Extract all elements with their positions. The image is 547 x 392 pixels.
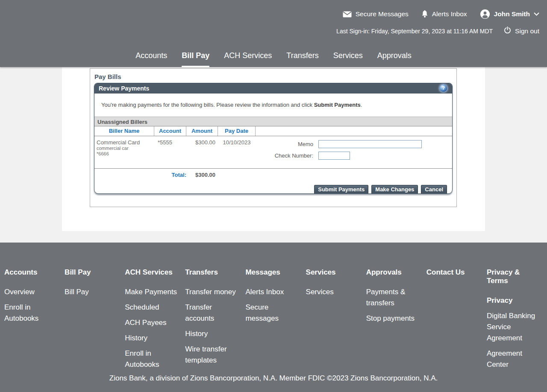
main-navigation: Accounts Bill Pay ACH Services Transfers… (0, 51, 547, 67)
footer-link-digital-banking-agreement[interactable]: Digital Banking Service Agreement (487, 310, 543, 344)
check-number-label: Check Number: (256, 152, 313, 159)
biller-name: Commercial Card (97, 139, 154, 146)
utility-bar: Secure Messages Alerts Inbox John Smith (343, 9, 539, 19)
nav-ach-services[interactable]: ACH Services (224, 51, 272, 67)
intro-prefix: You're making payments for the following… (101, 102, 314, 108)
avatar-icon (480, 9, 490, 19)
footer-heading-privacy-terms: Privacy & Terms (487, 268, 543, 285)
pay-bills-container: Pay Bills Review Payments ? You're makin… (90, 68, 457, 207)
table-header: Biller Name Account Amount Pay Date (94, 126, 452, 136)
memo-check-form: Memo Check Number: (256, 139, 452, 163)
panel-title: Review Payments (99, 85, 149, 92)
nav-approvals[interactable]: Approvals (377, 51, 412, 67)
biller-subtext: commercial car (97, 146, 154, 151)
submit-payments-button[interactable]: Submit Payments (314, 185, 368, 194)
footer-col-accounts: Accounts Overview Enroll in Autobooks (4, 268, 65, 374)
make-changes-button[interactable]: Make Changes (371, 185, 418, 194)
last-signin-text: Last Sign-in: Friday, September 29, 2023… (336, 28, 493, 35)
footer-link-ach-enroll-autobooks[interactable]: Enroll in Autobooks (125, 348, 181, 370)
footer-link-alerts-inbox[interactable]: Alerts Inbox (245, 287, 301, 298)
nav-transfers[interactable]: Transfers (286, 51, 318, 67)
table-row: Commercial Card commercial car *6666 *55… (94, 136, 452, 168)
footer-link-columns: Accounts Overview Enroll in Autobooks Bi… (4, 268, 547, 374)
amount-cell: $300.00 (186, 139, 218, 163)
nav-accounts[interactable]: Accounts (135, 51, 167, 67)
memo-label: Memo (256, 141, 313, 147)
page-body: Pay Bills Review Payments ? You're makin… (0, 67, 547, 243)
footer-heading-approvals: Approvals (366, 268, 422, 277)
footer-link-overview[interactable]: Overview (4, 287, 60, 298)
footer-link-ach-history[interactable]: History (125, 333, 181, 344)
check-number-input[interactable] (318, 152, 350, 160)
footer-link-stop-payments[interactable]: Stop payments (366, 313, 422, 324)
biller-account-masked: *6666 (97, 151, 154, 157)
biller-cell: Commercial Card commercial car *6666 (94, 139, 154, 163)
footer-link-agreement-center[interactable]: Agreement Center (487, 348, 543, 370)
memo-row: Memo (256, 140, 452, 148)
site-footer: Accounts Overview Enroll in Autobooks Bi… (0, 243, 547, 392)
total-value: $300.00 (186, 172, 218, 178)
footer-link-secure-messages[interactable]: Secure messages (245, 302, 301, 324)
memo-input[interactable] (318, 140, 422, 148)
pay-date-cell: 10/10/2023 (218, 139, 256, 163)
review-payments-panel: Review Payments ? You're making payments… (94, 83, 453, 194)
footer-link-transfer-history[interactable]: History (185, 328, 241, 339)
cancel-button[interactable]: Cancel (421, 185, 447, 194)
intro-suffix: . (361, 102, 362, 108)
signin-bar: Last Sign-in: Friday, September 29, 2023… (336, 26, 539, 35)
footer-heading-messages: Messages (245, 268, 301, 277)
footer-link-make-payments[interactable]: Make Payments (125, 287, 181, 298)
nav-services[interactable]: Services (333, 51, 363, 67)
footer-heading-bill-pay: Bill Pay (65, 268, 121, 277)
col-pay-date: Pay Date (218, 126, 256, 136)
footer-copyright: Zions Bank, a division of Zions Bancorpo… (0, 374, 547, 383)
footer-col-privacy-terms: Privacy & Terms Privacy Digital Banking … (487, 268, 547, 374)
user-name: John Smith (494, 10, 530, 18)
col-account: Account (154, 126, 186, 136)
secure-messages-label: Secure Messages (356, 10, 409, 18)
footer-link-transfer-money[interactable]: Transfer money (185, 287, 241, 298)
footer-link-enroll-autobooks[interactable]: Enroll in Autobooks (4, 302, 60, 324)
panel-header: Review Payments ? (94, 83, 452, 94)
account-cell: *5555 (154, 139, 186, 163)
footer-link-transfer-accounts[interactable]: Transfer accounts (185, 302, 241, 324)
action-buttons: Submit Payments Make Changes Cancel (94, 181, 452, 194)
user-menu[interactable]: John Smith (480, 9, 539, 19)
secure-messages-link[interactable]: Secure Messages (343, 10, 409, 18)
page-title: Pay Bills (94, 72, 453, 83)
footer-link-privacy[interactable]: Privacy (487, 295, 543, 306)
alerts-inbox-link[interactable]: Alerts Inbox (421, 10, 467, 18)
sign-out-label: Sign out (515, 27, 539, 35)
footer-link-payments-transfers[interactable]: Payments & transfers (366, 287, 422, 309)
power-icon (504, 26, 511, 35)
section-unassigned-billers: Unassigned Billers (94, 117, 452, 126)
footer-heading-transfers: Transfers (185, 268, 241, 277)
footer-link-wire-templates[interactable]: Wire transfer templates (185, 344, 241, 366)
intro-bold: Submit Payments (314, 102, 361, 108)
footer-link-scheduled[interactable]: Scheduled (125, 302, 181, 313)
intro-text: You're making payments for the following… (94, 94, 452, 117)
col-amount: Amount (186, 126, 218, 136)
footer-col-approvals: Approvals Payments & transfers Stop paym… (366, 268, 426, 374)
footer-link-bill-pay[interactable]: Bill Pay (65, 287, 121, 298)
footer-col-contact-us: Contact Us (426, 268, 487, 374)
help-icon[interactable]: ? (440, 85, 447, 92)
content-area: Pay Bills Review Payments ? You're makin… (62, 67, 485, 231)
footer-link-services[interactable]: Services (306, 287, 362, 298)
footer-col-bill-pay: Bill Pay Bill Pay (65, 268, 125, 374)
footer-heading-accounts: Accounts (4, 268, 60, 277)
envelope-icon (343, 11, 352, 18)
nav-bill-pay[interactable]: Bill Pay (182, 51, 209, 67)
chevron-down-icon (534, 12, 539, 16)
bell-icon (421, 10, 428, 18)
total-row: Total: $300.00 (94, 168, 452, 181)
site-header: Secure Messages Alerts Inbox John Smith … (0, 0, 547, 67)
footer-col-services: Services Services (306, 268, 366, 374)
footer-col-messages: Messages Alerts Inbox Secure messages (245, 268, 306, 374)
footer-heading-contact-us: Contact Us (426, 268, 482, 277)
footer-heading-services: Services (306, 268, 362, 277)
check-number-row: Check Number: (256, 152, 452, 160)
footer-col-ach-services: ACH Services Make Payments Scheduled ACH… (125, 268, 185, 374)
sign-out-button[interactable]: Sign out (504, 26, 539, 35)
footer-link-ach-payees[interactable]: ACH Payees (125, 317, 181, 328)
